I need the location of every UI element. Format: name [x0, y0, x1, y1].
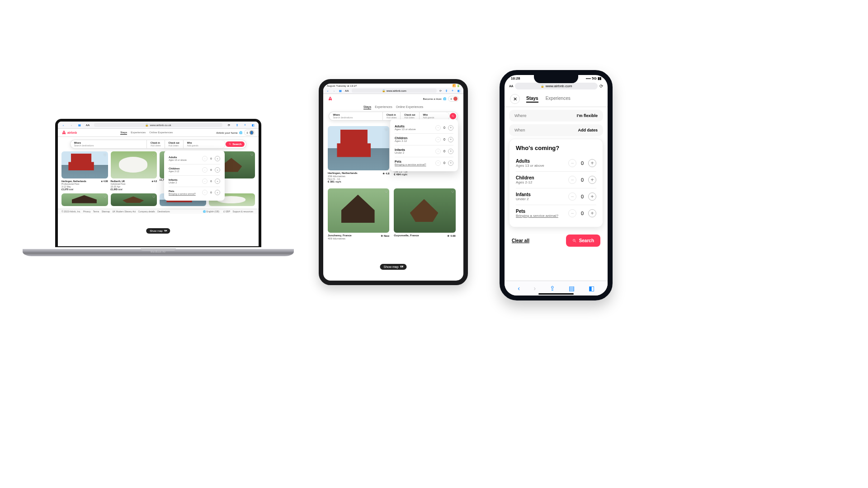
- wishlist-heart-icon[interactable]: ♡: [250, 153, 253, 157]
- plus-button[interactable]: +: [215, 167, 220, 173]
- footer-item[interactable]: UK Modern Slavery Act: [112, 210, 136, 213]
- wishlist-heart-icon[interactable]: ♡: [152, 153, 155, 157]
- plus-button[interactable]: +: [215, 156, 220, 161]
- where-pill[interactable]: Where I'm flexible: [509, 110, 603, 122]
- tabs-icon[interactable]: ◧: [457, 89, 461, 93]
- sidebar-icon[interactable]: ▤: [78, 123, 81, 127]
- footer-support[interactable]: Support & resources: [232, 210, 253, 213]
- minus-button[interactable]: −: [435, 160, 441, 166]
- when-pill[interactable]: When Add dates: [509, 124, 603, 136]
- tab-experiences[interactable]: Experiences: [546, 96, 571, 103]
- search-button[interactable]: Search: [566, 235, 600, 247]
- share-icon[interactable]: ⇪: [444, 89, 448, 93]
- wishlist-heart-icon[interactable]: ♡: [104, 195, 106, 199]
- refresh-icon[interactable]: ⟳: [599, 84, 603, 89]
- footer-item[interactable]: Destinations: [157, 210, 170, 213]
- minus-button[interactable]: −: [435, 137, 441, 142]
- plus-button[interactable]: +: [588, 176, 596, 184]
- refresh-icon[interactable]: ⟳: [227, 123, 231, 127]
- bookmarks-icon[interactable]: ▤: [569, 285, 575, 292]
- tab-stays[interactable]: Stays: [363, 105, 372, 109]
- wishlist-heart-icon[interactable]: ♡: [451, 190, 454, 194]
- minus-button[interactable]: −: [202, 167, 208, 173]
- tabs-icon[interactable]: ◧: [251, 123, 255, 127]
- tab-stays[interactable]: Stays: [120, 131, 127, 135]
- share-icon[interactable]: ⇪: [235, 123, 239, 127]
- search-checkout[interactable]: Check out Add dates: [165, 140, 184, 148]
- search-where[interactable]: Where Search destinations: [329, 112, 382, 120]
- tab-experiences[interactable]: Experiences: [375, 105, 392, 109]
- close-button[interactable]: ✕: [510, 94, 520, 104]
- footer-item[interactable]: Terms: [93, 210, 99, 213]
- guest-pets-sub[interactable]: Bringing a service animal?: [516, 214, 558, 218]
- globe-icon[interactable]: 🌐: [239, 131, 242, 134]
- search-bar[interactable]: Where Search destinations Check in Add d…: [70, 140, 247, 149]
- host-cta[interactable]: Airbnb your home: [216, 131, 237, 134]
- minus-button[interactable]: −: [435, 149, 441, 154]
- tabs-icon[interactable]: ◧: [589, 285, 594, 292]
- airbnb-logo[interactable]: airbnb: [61, 130, 77, 135]
- footer-currency[interactable]: £ GBP: [223, 210, 230, 213]
- plus-button[interactable]: +: [448, 137, 453, 142]
- back-icon[interactable]: ‹: [326, 89, 330, 93]
- guest-pets-sub[interactable]: Bringing a service animal?: [169, 192, 196, 195]
- host-cta[interactable]: Become a Host: [423, 98, 441, 100]
- show-map-button[interactable]: Show map 🗺: [146, 228, 170, 234]
- plus-button[interactable]: +: [588, 159, 596, 167]
- back-icon[interactable]: ‹: [61, 123, 65, 127]
- plus-button[interactable]: +: [588, 209, 596, 217]
- plus-button[interactable]: +: [215, 190, 220, 195]
- search-who[interactable]: Who Add guests: [184, 140, 226, 148]
- minus-button[interactable]: −: [202, 178, 208, 184]
- new-tab-icon[interactable]: ＋: [243, 123, 247, 127]
- sidebar-icon[interactable]: ▤: [339, 89, 342, 93]
- minus-button[interactable]: −: [202, 190, 208, 195]
- wishlist-heart-icon[interactable]: ♡: [385, 128, 387, 131]
- airbnb-logo[interactable]: airbnb: [328, 96, 333, 101]
- guest-pets-sub[interactable]: Bringing a service animal?: [395, 163, 426, 166]
- wishlist-heart-icon[interactable]: ♡: [104, 153, 106, 157]
- minus-button[interactable]: −: [568, 192, 576, 201]
- search-checkin[interactable]: Check in Add dates: [147, 140, 165, 148]
- plus-button[interactable]: +: [588, 192, 596, 201]
- user-menu[interactable]: ≡ 👤: [244, 130, 255, 136]
- footer-item[interactable]: Company details: [138, 210, 155, 213]
- minus-button[interactable]: −: [202, 156, 208, 161]
- listing-card[interactable]: ♡: [61, 193, 108, 206]
- footer-item[interactable]: Sitemap: [102, 210, 110, 213]
- address-bar[interactable]: 🔒 www.airbnb.com: [515, 83, 598, 89]
- reader-icon[interactable]: AA: [86, 123, 90, 127]
- plus-button[interactable]: +: [448, 125, 453, 131]
- reader-icon[interactable]: AA: [509, 84, 513, 88]
- footer-item[interactable]: Privacy: [83, 210, 90, 213]
- wishlist-heart-icon[interactable]: ♡: [250, 195, 253, 199]
- address-bar[interactable]: 🔒 www.airbnb.co.uk: [94, 123, 222, 127]
- wishlist-heart-icon[interactable]: ♡: [152, 195, 155, 199]
- plus-button[interactable]: +: [448, 160, 453, 166]
- refresh-icon[interactable]: ⟳: [439, 89, 442, 92]
- search-button[interactable]: Search: [226, 141, 245, 147]
- wishlist-heart-icon[interactable]: ♡: [385, 190, 387, 194]
- tab-experiences[interactable]: Experiences: [131, 131, 146, 135]
- tab-online-experiences[interactable]: Online Experiences: [149, 131, 173, 135]
- globe-icon[interactable]: 🌐: [443, 97, 446, 100]
- address-bar[interactable]: 🔒 www.airbnb.com: [352, 89, 437, 93]
- share-icon[interactable]: ⇪: [550, 285, 555, 292]
- reader-icon[interactable]: AA: [345, 89, 349, 92]
- listing-card[interactable]: ♡ Joncherey, France★ New 409 kilometres: [328, 188, 389, 240]
- listing-card[interactable]: ♡ Guyonvelle, France★ 4.68: [394, 188, 455, 240]
- clear-all-button[interactable]: Clear all: [512, 238, 529, 243]
- plus-button[interactable]: +: [448, 149, 453, 154]
- listing-card[interactable]: ♡ Harlingen, Netherlands★ 4.8 236 kilome…: [328, 126, 389, 183]
- show-map-button[interactable]: Show map 🗺: [380, 264, 406, 270]
- search-button[interactable]: [450, 113, 456, 119]
- plus-button[interactable]: +: [215, 178, 220, 184]
- listing-card[interactable]: ♡: [111, 193, 157, 206]
- tab-stays[interactable]: Stays: [526, 96, 538, 103]
- minus-button[interactable]: −: [435, 125, 441, 131]
- minus-button[interactable]: −: [568, 176, 576, 184]
- footer-lang[interactable]: English (GB): [207, 210, 219, 213]
- new-tab-icon[interactable]: ＋: [451, 89, 454, 93]
- listing-card[interactable]: ♡ Harlingen, Netherlands★ 4.99 Professio…: [61, 151, 108, 191]
- minus-button[interactable]: −: [568, 159, 576, 167]
